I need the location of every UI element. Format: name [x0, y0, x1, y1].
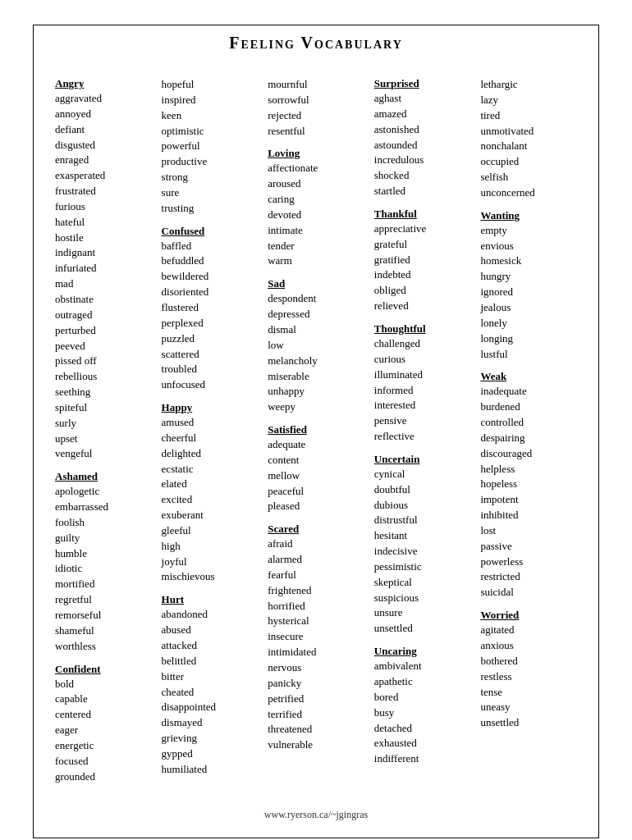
vocabulary-word: baffled [162, 239, 259, 254]
vocabulary-word: indignant [55, 245, 152, 261]
vocabulary-word: disoriented [162, 285, 259, 300]
vocabulary-word: hopeless [480, 477, 577, 492]
vocabulary-word: appreciative [374, 221, 471, 237]
vocabulary-word: adequate [268, 437, 364, 453]
vocabulary-word: petrified [268, 692, 364, 707]
vocabulary-word: frightened [268, 583, 364, 599]
vocabulary-word: inadequate [480, 384, 577, 399]
vocabulary-word: busy [374, 705, 471, 721]
vocabulary-word: elated [162, 477, 259, 492]
vocabulary-word: scattered [162, 347, 259, 363]
vocabulary-word: surly [55, 416, 152, 431]
category-header-confused: Confused [162, 225, 259, 238]
vocabulary-word: affectionate [268, 161, 364, 176]
category-header-wanting: Wanting [480, 209, 577, 222]
vocabulary-word: powerful [162, 139, 259, 154]
vocabulary-word: horrified [268, 599, 364, 614]
vocabulary-word: apathetic [374, 674, 471, 690]
vocabulary-word: bitter [162, 669, 259, 685]
vocabulary-word: restricted [480, 569, 577, 585]
vocabulary-word: focused [55, 754, 152, 769]
vocabulary-word: pessimistic [374, 559, 471, 575]
vocabulary-word: melancholy [268, 354, 364, 369]
vocabulary-word: aggravated [55, 91, 152, 107]
vocabulary-word: energetic [55, 738, 152, 754]
vocabulary-word: detached [374, 721, 471, 737]
column-3: mournfulsorrowfulrejectedresentfulLoving… [263, 69, 369, 753]
vocabulary-word: indebted [374, 267, 471, 283]
column-5: lethargiclazytiredunmotivatednonchalanto… [475, 69, 582, 731]
vocabulary-word: shameful [55, 623, 152, 639]
vocabulary-word: unsettled [374, 621, 471, 637]
vocabulary-word: devoted [268, 208, 364, 223]
vocabulary-word: suicidal [480, 585, 577, 600]
vocabulary-word: disgusted [55, 138, 152, 153]
vocabulary-word: belittled [162, 654, 259, 669]
vocabulary-word: sure [162, 185, 259, 201]
vocabulary-word: hostile [55, 231, 152, 246]
vocabulary-word: helpless [480, 462, 577, 477]
category-header-surprised: Surprised [374, 77, 471, 90]
vocabulary-word: keen [162, 108, 259, 124]
vocabulary-word: intimate [268, 223, 364, 239]
category-header-thankful: Thankful [374, 208, 471, 221]
vocabulary-word: incredulous [374, 153, 471, 168]
vocabulary-word: troubled [162, 362, 259, 377]
vocabulary-word: foolish [55, 515, 152, 531]
vocabulary-word: hungry [480, 269, 577, 285]
vocabulary-word: eager [55, 723, 152, 738]
category-header-loving: Loving [268, 147, 364, 160]
vocabulary-word: restless [480, 669, 577, 685]
title-area: Feeling Vocabulary [50, 34, 582, 52]
vocabulary-word: nervous [268, 660, 364, 676]
vocabulary-word: unsure [374, 605, 471, 621]
vocabulary-word: abandoned [162, 607, 259, 623]
vocabulary-word: intimidated [268, 645, 364, 660]
vocabulary-word: tired [480, 108, 577, 124]
column-2: hopefulinspiredkeenoptimisticpowerfulpro… [157, 69, 263, 778]
vocabulary-word: reflective [374, 429, 471, 445]
vocabulary-word: discouraged [480, 446, 577, 462]
column-4: Surprisedaghastamazedastonishedastounded… [369, 69, 476, 767]
category-header-sad: Sad [268, 277, 364, 290]
vocabulary-word: weepy [268, 399, 364, 415]
vocabulary-word: upset [55, 431, 152, 447]
vocabulary-word: pleased [268, 499, 364, 514]
vocabulary-word: panicky [268, 676, 364, 692]
vocabulary-word: mellow [268, 468, 364, 484]
vocabulary-word: embarrassed [55, 500, 152, 515]
vocabulary-word: rejected [268, 108, 364, 124]
vocabulary-word: bothered [480, 654, 577, 669]
vocabulary-word: lonely [480, 316, 577, 331]
vocabulary-word: impotent [480, 492, 577, 508]
vocabulary-word: startled [374, 184, 471, 199]
vocabulary-word: idiotic [55, 561, 152, 577]
vocabulary-word: indifferent [374, 751, 471, 767]
vocabulary-word: centered [55, 707, 152, 723]
category-header-scared: Scared [268, 523, 364, 536]
vocabulary-word: passive [480, 539, 577, 555]
vocabulary-word: spiteful [55, 400, 152, 416]
vocabulary-word: occupied [480, 154, 577, 170]
category-header-uncertain: Uncertain [374, 453, 471, 466]
vocabulary-word: gypped [162, 746, 259, 762]
vocabulary-word: inhibited [480, 508, 577, 523]
vocabulary-word: uneasy [480, 700, 577, 715]
vocabulary-word: optimistic [162, 124, 259, 139]
vocabulary-word: befuddled [162, 253, 259, 269]
vocabulary-word: enraged [55, 153, 152, 168]
vocabulary-word: astonished [374, 122, 471, 138]
vocabulary-word: suspicious [374, 591, 471, 606]
vocabulary-word: doubtful [374, 482, 471, 498]
vocabulary-word: humiliated [162, 762, 259, 778]
vocabulary-word: skeptical [374, 575, 471, 591]
vocabulary-word: challenged [374, 336, 471, 352]
vocabulary-word: mad [55, 276, 152, 292]
vocabulary-word: indecisive [374, 544, 471, 559]
vocabulary-word: capable [55, 692, 152, 707]
vocabulary-word: peeved [55, 339, 152, 354]
vocabulary-word: distrustful [374, 513, 471, 528]
vocabulary-word: humble [55, 546, 152, 562]
vocabulary-word: pissed off [55, 354, 152, 369]
vocabulary-word: vulnerable [268, 737, 364, 753]
